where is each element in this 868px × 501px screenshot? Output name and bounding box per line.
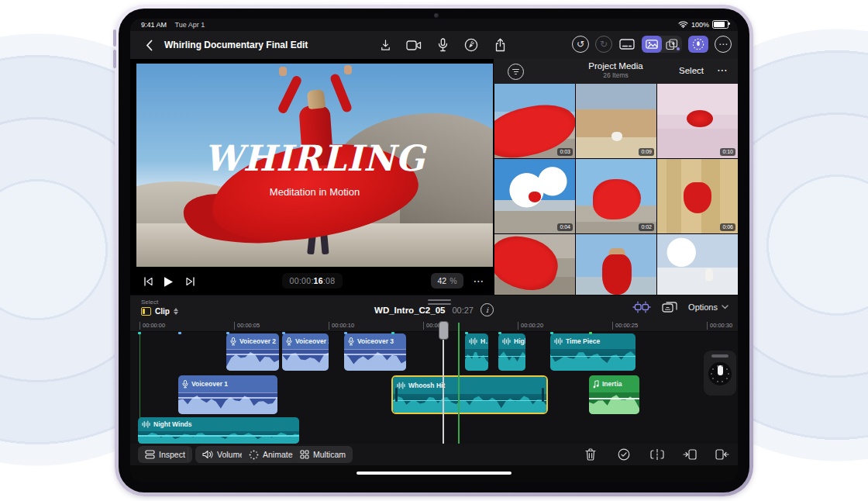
volume-line[interactable] [344,354,406,355]
timeline-clip[interactable]: Voiceover 3 [344,333,406,371]
volume-line[interactable] [393,400,546,402]
media-thumbnail[interactable]: 0:04 [494,159,575,233]
volume-line[interactable] [550,356,636,358]
animate-button[interactable]: Animate [242,446,300,463]
jog-wheel-icon[interactable] [688,36,708,53]
timeline-clip[interactable]: Voiceover 2 [282,333,329,371]
trim-handle-left[interactable] [395,388,398,402]
clip-marker [282,332,285,334]
mic-icon[interactable] [434,36,451,54]
screen: 9:41 AM Tue Apr 1 100% [130,19,738,482]
insert-left-icon[interactable] [682,447,698,462]
back-button[interactable] [141,37,157,53]
timeline-clip[interactable]: Time Piece [550,333,636,371]
more-icon[interactable]: ⋯ [715,36,732,53]
jog-knob[interactable] [718,365,723,375]
video-viewer[interactable]: WHIRLING Meditation in Motion [136,64,493,267]
trim-handle-right[interactable] [542,388,544,402]
waveform-icon [142,420,150,428]
volume-line[interactable] [589,398,639,399]
zoom-level[interactable]: 42 % [431,273,463,289]
jog-dial-pip [726,378,728,379]
skip-to-end-button[interactable] [181,273,198,290]
timeline-clip[interactable]: H… [465,333,488,371]
wifi-icon [678,21,688,28]
media-thumbnail[interactable]: 0:09 [576,84,656,158]
media-thumbnail[interactable]: 0:06 [657,159,738,233]
thumbnail-figure [684,182,711,213]
volume-line[interactable] [498,356,525,358]
skip-to-start-button[interactable] [140,273,157,290]
thumbnail-figure [593,179,641,219]
options-button[interactable]: Options [688,302,728,312]
pencil-tool-icon[interactable] [463,36,480,54]
status-time: 9:41 AM [141,21,167,29]
clip-name: Inertia [602,380,622,388]
thumbnail-duration: 0:02 [639,223,654,231]
media-thumbnail[interactable] [494,234,575,295]
jog-drag-handle[interactable] [711,354,728,358]
media-browser-icon[interactable] [642,36,662,53]
jog-dial-pip [712,378,714,379]
volume-line[interactable] [282,354,329,355]
effects-browser-icon[interactable] [662,36,682,53]
timeline-clip-duration: 00:27 [452,306,474,315]
clip-marker [138,332,141,334]
jog-dial[interactable] [708,362,732,385]
timeline-clip[interactable]: Whoosh Hit [391,375,548,414]
share-icon[interactable] [491,36,508,54]
waveform-icon [554,337,563,345]
media-grid: 0:030:090:100:040:020:06 [494,84,738,295]
volume-line[interactable] [138,435,299,437]
select-button[interactable]: Select [679,66,704,75]
thumbnail-duration: 0:10 [720,148,735,156]
thumbnail-figure [602,254,632,295]
trash-icon[interactable] [583,447,598,462]
playhead[interactable] [443,323,444,444]
magnetic-clips-icon[interactable] [632,301,651,313]
timeline-clip[interactable]: Voiceover 1 [178,375,277,414]
timeline-clip[interactable]: Inertia [589,375,639,414]
timeline-clip[interactable]: Night Winds [138,417,299,444]
media-panel-title: Project Media [556,61,676,71]
media-thumbnail[interactable] [576,234,656,295]
volume-line[interactable] [178,397,277,399]
filter-icon[interactable] [508,64,524,80]
camera-icon[interactable] [405,36,422,54]
media-thumbnail[interactable]: 0:02 [576,159,656,233]
viewer-more-icon[interactable]: ⋯ [470,273,488,289]
home-indicator[interactable] [356,472,512,475]
multicam-button[interactable]: Multicam [293,446,353,463]
status-bar: 9:41 AM Tue Apr 1 100% [130,19,738,31]
mic-icon [230,337,236,346]
viewer-panel: WHIRLING Meditation in Motion [130,59,494,295]
media-more-icon[interactable]: ⋯ [717,64,728,76]
media-thumbnail[interactable]: 0:03 [494,84,575,158]
enable-clip-icon[interactable] [616,447,632,462]
timeline-clip[interactable]: High… [498,333,525,371]
timeline-clip[interactable]: Voiceover 2 [226,333,279,371]
overlay-icon[interactable] [662,301,677,313]
skimmer-line [458,323,460,444]
info-icon[interactable]: i [480,303,494,316]
timecode-display[interactable]: 00:00:16:08 [282,273,343,289]
import-icon[interactable] [377,36,394,54]
media-thumbnail[interactable] [657,234,738,295]
media-thumbnail[interactable]: 0:10 [657,84,738,158]
page: 9:41 AM Tue Apr 1 100% [0,0,868,501]
inspect-button[interactable]: Inspect [138,446,192,463]
captions-icon[interactable] [618,36,636,53]
status-date: Tue Apr 1 [175,21,205,29]
playhead-handle[interactable] [439,321,449,340]
insert-right-icon[interactable] [715,447,730,462]
multicam-icon [300,450,309,459]
jog-wheel-widget[interactable] [704,351,736,396]
project-title: Whirling Documentary Final Edit [164,40,308,50]
split-clip-icon[interactable] [649,447,665,462]
timeline[interactable]: 00:00:0000:00:0500:00:1000:00:1500:00:20… [130,321,738,444]
audio-waveform [589,392,639,414]
undo-icon[interactable]: ↺ [572,36,589,53]
play-button[interactable] [160,273,177,290]
volume-line[interactable] [465,356,488,358]
volume-line[interactable] [226,354,279,355]
